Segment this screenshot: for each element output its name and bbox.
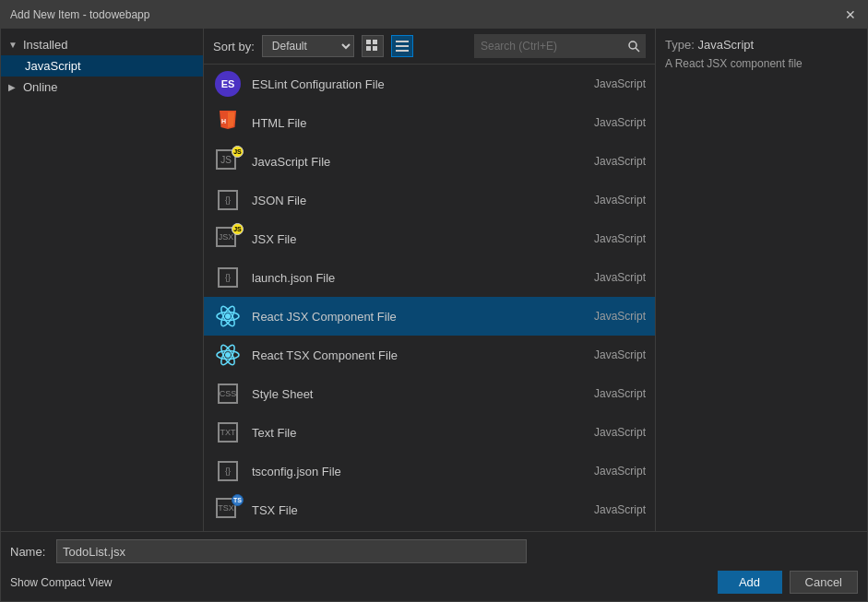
list-item[interactable]: H HTML File JavaScript [204,103,655,142]
item-icon-eslint: ES [213,69,243,99]
list-item[interactable]: {} launch.json File JavaScript [204,258,655,297]
svg-rect-1 [373,40,377,44]
items-list: ES ESLint Configuration File JavaScript [204,65,655,531]
sidebar-item-javascript[interactable]: JavaScript [1,55,203,77]
name-input[interactable] [56,539,527,563]
name-label: Name: [10,545,47,559]
sort-by-label: Sort by: [213,40,255,53]
item-type: JavaScript [594,465,646,478]
list-item[interactable]: TXT Text File JavaScript [204,413,655,452]
svg-rect-3 [373,46,377,51]
type-label: Type: [665,38,697,52]
item-icon-tsx: TSX TS [213,495,243,525]
item-icon-json: {} [213,185,243,215]
dialog-title: Add New Item - todowebapp [10,8,149,21]
main-content: Sort by: Default Name Type [204,29,867,531]
item-type: JavaScript [594,348,646,361]
expand-online-icon: ▶ [8,82,19,92]
sidebar-installed-section[interactable]: ▼ Installed [1,34,203,55]
name-row: Name: [10,539,858,563]
item-name: Style Sheet [252,387,585,401]
svg-rect-0 [366,40,371,44]
item-icon-jsfile: JS JS [213,147,243,176]
item-icon-react-tsx [213,340,243,370]
svg-point-10 [225,313,231,319]
list-item[interactable]: React TSX Component File JavaScript [204,336,655,374]
bottom-bar: Name: Show Compact View Add Cancel [1,531,867,601]
item-name: launch.json File [252,271,585,285]
search-button[interactable] [623,35,645,57]
title-bar: Add New Item - todowebapp ✕ [1,1,867,29]
compact-view-button[interactable]: Show Compact View [10,573,113,592]
item-icon-text: TXT [213,418,243,447]
svg-rect-6 [396,50,409,52]
list-item[interactable]: TSX TS TSX File JavaScript [204,490,655,529]
item-type: JavaScript [594,387,646,400]
item-icon-react-jsx [213,301,243,331]
svg-rect-2 [366,46,371,51]
type-row: Type: JavaScript [665,38,858,52]
list-area: Sort by: Default Name Type [204,29,655,531]
item-type: JavaScript [594,426,646,439]
item-type: JavaScript [594,116,646,129]
item-name: Text File [252,426,585,440]
item-name: HTML File [252,116,585,130]
svg-line-8 [636,48,639,52]
item-type: JavaScript [594,194,646,207]
item-type: JavaScript [594,232,646,245]
add-button[interactable]: Add [718,571,782,594]
list-item[interactable]: React JSX Component File JavaScript [204,297,655,336]
search-input[interactable] [475,35,623,57]
search-bar [474,34,646,58]
item-name: JSX File [252,232,585,246]
type-value: JavaScript [697,38,754,52]
close-button[interactable]: ✕ [843,7,858,22]
sidebar: ▼ Installed JavaScript ▶ Online [1,29,204,531]
dialog-body: ▼ Installed JavaScript ▶ Online Sort by:… [1,29,867,531]
item-name: ESLint Configuration File [252,77,585,91]
item-type: JavaScript [594,77,646,90]
svg-point-14 [225,352,231,358]
item-type: JavaScript [594,155,646,168]
grid-view-button[interactable] [362,35,384,57]
item-name: TSX File [252,503,585,517]
list-item[interactable]: JSX JS JSX File JavaScript [204,219,655,258]
list-item[interactable]: ES ESLint Configuration File JavaScript [204,65,655,103]
svg-text:H: H [221,118,226,124]
item-icon-html: H [213,108,243,137]
right-panel: Type: JavaScript A React JSX component f… [655,29,867,531]
sidebar-online-label: Online [23,80,58,94]
add-new-item-dialog: Add New Item - todowebapp ✕ ▼ Installed … [0,0,868,602]
item-type: JavaScript [594,503,646,516]
item-icon-jsx: JSX JS [213,224,243,254]
item-type: JavaScript [594,271,646,284]
action-buttons: Add Cancel [718,571,858,594]
expand-icon: ▼ [8,40,19,50]
item-name: React JSX Component File [252,310,585,324]
item-icon-tsconfig: {} [213,456,243,486]
sidebar-javascript-label: JavaScript [25,59,81,73]
list-item[interactable]: CSS Style Sheet JavaScript [204,374,655,413]
list-item[interactable]: {} JSON File JavaScript [204,181,655,219]
svg-rect-4 [396,41,409,42]
sort-select[interactable]: Default Name Type [262,35,354,57]
list-view-button[interactable] [391,35,413,57]
item-name: tsconfig.json File [252,465,585,478]
item-icon-css: CSS [213,379,243,408]
item-icon-launchjson: {} [213,263,243,292]
type-description: A React JSX component file [665,57,858,70]
item-name: JSON File [252,194,585,207]
item-name: JavaScript File [252,155,585,169]
list-item[interactable]: JS JS JavaScript File JavaScript [204,142,655,181]
sidebar-installed-label: Installed [23,38,67,52]
cancel-button[interactable]: Cancel [790,571,858,594]
svg-rect-5 [396,45,409,47]
item-name: React TSX Component File [252,348,585,362]
sidebar-online-section[interactable]: ▶ Online [1,77,203,98]
list-item[interactable]: {} tsconfig.json File JavaScript [204,452,655,490]
item-type: JavaScript [594,310,646,323]
svg-point-7 [629,41,636,49]
list-toolbar: Sort by: Default Name Type [204,29,655,65]
bottom-actions: Show Compact View Add Cancel [10,571,858,594]
